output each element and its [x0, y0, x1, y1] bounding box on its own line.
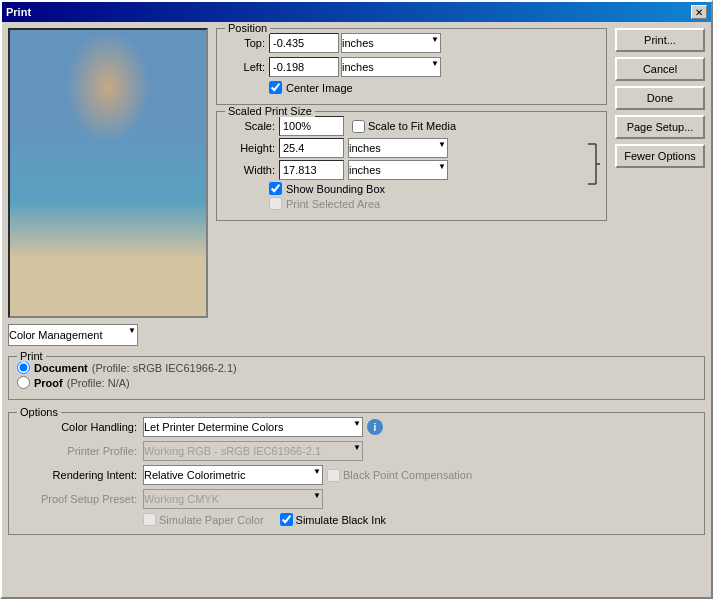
scale-row: Scale: Scale to Fit Media: [225, 116, 598, 136]
document-radio[interactable]: [17, 361, 30, 374]
height-unit-select[interactable]: inches: [348, 138, 448, 158]
black-point-label: Black Point Compensation: [343, 469, 472, 481]
svg-point-14: [96, 128, 99, 131]
left-row: Left: inches: [225, 57, 598, 77]
simulate-black-label: Simulate Black Ink: [296, 514, 386, 526]
proof-setup-row: Proof Setup Preset: Working CMYK: [17, 489, 696, 509]
print-selected-area-label: Print Selected Area: [286, 198, 380, 210]
width-unit-select[interactable]: inches: [348, 160, 448, 180]
top-row: Top: inches: [225, 33, 598, 53]
position-group: Position Top: inches Left:: [216, 28, 607, 105]
show-bounding-box-checkbox[interactable]: [269, 182, 282, 195]
show-bounding-box-label: Show Bounding Box: [286, 183, 385, 195]
simulate-paper-label: Simulate Paper Color: [159, 514, 264, 526]
proof-setup-label: Proof Setup Preset:: [17, 493, 137, 505]
document-radio-label: Document: [34, 362, 88, 374]
svg-point-11: [117, 125, 131, 135]
color-management-wrapper[interactable]: Color Management: [8, 324, 138, 346]
height-unit-wrapper[interactable]: inches: [348, 138, 448, 158]
proof-radio[interactable]: [17, 376, 30, 389]
width-unit-wrapper[interactable]: inches: [348, 160, 448, 180]
proof-radio-row: Proof (Profile: N/A): [17, 376, 696, 389]
page-setup-button[interactable]: Page Setup...: [615, 115, 705, 139]
svg-rect-7: [98, 160, 122, 190]
left-unit-select[interactable]: inches: [341, 57, 441, 77]
title-bar: Print ✕: [2, 2, 711, 22]
scaled-print-group: Scaled Print Size Scale: Scale to Fit Me…: [216, 111, 607, 221]
top-label: Top:: [225, 37, 265, 49]
proof-setup-wrapper[interactable]: Working CMYK: [143, 489, 323, 509]
fewer-options-button[interactable]: Fewer Options: [615, 144, 705, 168]
proof-setup-select[interactable]: Working CMYK: [143, 489, 323, 509]
rendering-intent-select[interactable]: Relative Colorimetric: [143, 465, 323, 485]
bottom-section: Color Management Print Document (Profile…: [8, 324, 705, 591]
svg-point-10: [89, 125, 103, 135]
simulate-black-checkbox[interactable]: [280, 513, 293, 526]
left-unit-wrapper[interactable]: inches: [341, 57, 441, 77]
svg-point-6: [87, 232, 97, 242]
options-group: Options Color Handling: Let Printer Dete…: [8, 412, 705, 535]
bounding-box-row: Show Bounding Box: [225, 182, 598, 195]
black-point-row: Black Point Compensation: [327, 469, 472, 482]
svg-point-12: [92, 126, 100, 134]
simulate-paper-checkbox[interactable]: [143, 513, 156, 526]
print-selected-area-row: Print Selected Area: [225, 197, 598, 210]
width-input[interactable]: [279, 160, 344, 180]
window-title: Print: [6, 6, 31, 18]
height-label: Height:: [225, 142, 275, 154]
svg-point-5: [85, 230, 105, 250]
color-handling-wrapper[interactable]: Let Printer Determine Colors: [143, 417, 363, 437]
scale-to-fit-checkbox[interactable]: [352, 120, 365, 133]
rendering-intent-wrapper[interactable]: Relative Colorimetric: [143, 465, 323, 485]
document-radio-row: Document (Profile: sRGB IEC61966-2.1): [17, 361, 696, 374]
width-row: Width: inches: [225, 160, 598, 180]
simulate-row: Simulate Paper Color Simulate Black Ink: [17, 513, 696, 526]
center-image-row: Center Image: [225, 81, 598, 94]
scale-to-fit-label: Scale to Fit Media: [368, 120, 456, 132]
done-button[interactable]: Done: [615, 86, 705, 110]
color-management-select[interactable]: Color Management: [8, 324, 138, 346]
options-group-label: Options: [17, 406, 61, 418]
svg-point-4: [55, 170, 165, 290]
image-preview: [8, 28, 208, 318]
black-point-checkbox[interactable]: [327, 469, 340, 482]
rendering-intent-row: Rendering Intent: Relative Colorimetric …: [17, 465, 696, 485]
width-label: Width:: [225, 164, 275, 176]
color-handling-row: Color Handling: Let Printer Determine Co…: [17, 417, 696, 437]
rendering-intent-label: Rendering Intent:: [17, 469, 137, 481]
svg-point-3: [40, 190, 180, 318]
svg-rect-0: [10, 30, 208, 318]
left-label: Left:: [225, 61, 265, 73]
printer-profile-wrapper[interactable]: Working RGB - sRGB IEC61966-2.1: [143, 441, 363, 461]
print-group: Print Document (Profile: sRGB IEC61966-2…: [8, 356, 705, 400]
print-selected-area-checkbox[interactable]: [269, 197, 282, 210]
print-button[interactable]: Print...: [615, 28, 705, 52]
color-handling-select[interactable]: Let Printer Determine Colors: [143, 417, 363, 437]
printer-profile-label: Printer Profile:: [17, 445, 137, 457]
color-management-row: Color Management: [8, 324, 705, 346]
scaled-print-label: Scaled Print Size: [225, 105, 315, 117]
center-image-checkbox[interactable]: [269, 81, 282, 94]
print-group-label: Print: [17, 350, 46, 362]
scale-input[interactable]: [279, 116, 344, 136]
top-unit-select[interactable]: inches: [341, 33, 441, 53]
proof-radio-label: Proof: [34, 377, 63, 389]
svg-point-15: [124, 128, 127, 131]
position-group-label: Position: [225, 22, 270, 34]
document-profile: (Profile: sRGB IEC61966-2.1): [92, 362, 237, 374]
svg-point-2: [22, 62, 58, 98]
cancel-button[interactable]: Cancel: [615, 57, 705, 81]
close-button[interactable]: ✕: [691, 5, 707, 19]
height-input[interactable]: [279, 138, 344, 158]
top-unit-wrapper[interactable]: inches: [341, 33, 441, 53]
scale-label: Scale:: [225, 120, 275, 132]
settings-section: Position Top: inches Left:: [216, 28, 607, 318]
printer-profile-select[interactable]: Working RGB - sRGB IEC61966-2.1: [143, 441, 363, 461]
svg-point-13: [120, 126, 128, 134]
simulate-black-row: Simulate Black Ink: [280, 513, 386, 526]
left-input[interactable]: [269, 57, 339, 77]
top-input[interactable]: [269, 33, 339, 53]
info-icon[interactable]: i: [367, 419, 383, 435]
height-row: Height: inches: [225, 138, 598, 158]
printer-profile-row: Printer Profile: Working RGB - sRGB IEC6…: [17, 441, 696, 461]
